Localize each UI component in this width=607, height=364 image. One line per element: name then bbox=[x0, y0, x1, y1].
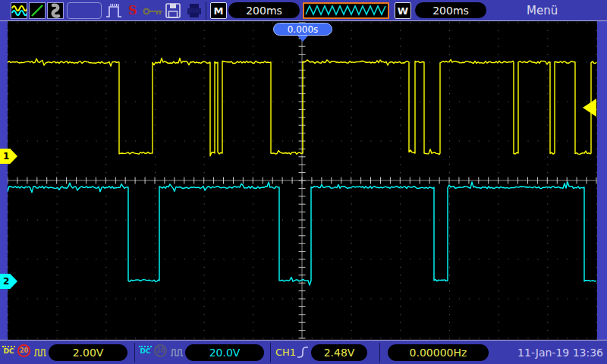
ch1-coupling-icon: DC bbox=[2, 344, 15, 355]
graticule-and-traces bbox=[0, 21, 607, 340]
main-timebase-value[interactable]: 200ms bbox=[228, 2, 300, 18]
top-toolbar: S M 200ms bbox=[0, 0, 607, 21]
channel-waveforms-icon[interactable] bbox=[11, 2, 27, 19]
toolbar-separator bbox=[206, 2, 206, 20]
status-bar: DC 20 2.00V DC 20 20.0V CH1 bbox=[0, 340, 607, 364]
trigger-position-badge[interactable]: 0.000s bbox=[273, 23, 332, 36]
s-indicator: S bbox=[128, 3, 137, 17]
ch1-scale-value[interactable]: 2.00V bbox=[49, 344, 127, 361]
draw-line-icon[interactable] bbox=[29, 2, 46, 19]
key-icon bbox=[143, 5, 164, 20]
trigger-source-label: CH1 bbox=[275, 344, 296, 361]
datetime-label: 11-Jan-19 13:36 bbox=[497, 344, 603, 361]
frequency-counter: 0.00000Hz bbox=[388, 344, 489, 361]
window-preview-icon[interactable] bbox=[303, 2, 389, 19]
ch2-probe-badge: 20 bbox=[154, 344, 167, 357]
waveform-display: 0.000s 1 2 bbox=[0, 21, 607, 340]
ch2-scale-value[interactable]: 20.0V bbox=[185, 344, 264, 361]
ch1-probe-badge: 20 bbox=[17, 344, 30, 357]
trigger-position-pointer[interactable] bbox=[297, 36, 308, 42]
ch2-coupling-icon: DC bbox=[139, 344, 152, 355]
ch1-coupling-label: DC bbox=[3, 347, 14, 355]
statusbar-separator bbox=[270, 343, 271, 362]
trigger-level-value[interactable]: 2.48V bbox=[311, 344, 367, 361]
statusbar-separator bbox=[379, 343, 380, 362]
left-strip bbox=[0, 21, 8, 340]
save-floppy-icon[interactable] bbox=[165, 2, 181, 22]
printer-icon bbox=[185, 2, 203, 22]
rising-edge-icon bbox=[297, 345, 309, 362]
mask-icon[interactable] bbox=[47, 2, 64, 19]
ch1-squarewave-icon bbox=[33, 347, 47, 361]
main-timebase-button[interactable]: M bbox=[210, 2, 227, 19]
pulse-icon bbox=[105, 2, 124, 22]
statusbar-separator bbox=[134, 343, 135, 362]
oscilloscope-screen: S M 200ms bbox=[0, 0, 607, 364]
window-timebase-button[interactable]: W bbox=[395, 2, 411, 19]
ch2-coupling-label: DC bbox=[140, 347, 150, 355]
blank-slot[interactable] bbox=[67, 2, 102, 19]
ch2-squarewave-icon bbox=[170, 347, 184, 361]
window-timebase-value[interactable]: 200ms bbox=[415, 2, 486, 18]
menu-label[interactable]: Menü bbox=[527, 2, 558, 19]
right-strip bbox=[597, 21, 607, 340]
